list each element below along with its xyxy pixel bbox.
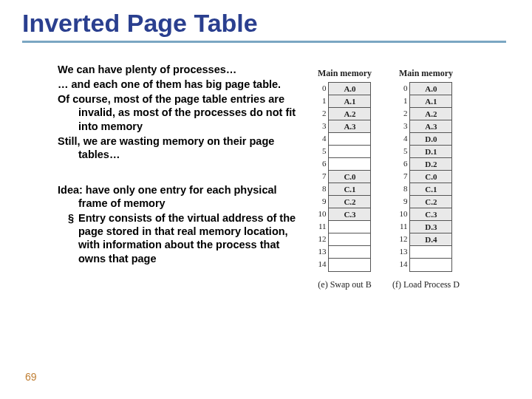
index-label: 2 <box>318 107 326 120</box>
memory-cell: A.1 <box>329 95 370 108</box>
figure-f-caption: (f) Load Process D <box>392 279 460 290</box>
index-label: 6 <box>399 157 407 170</box>
memory-cell: C.3 <box>410 208 451 221</box>
memory-cell: A.2 <box>329 108 370 120</box>
index-label: 11 <box>318 220 326 233</box>
index-label: 2 <box>399 107 407 120</box>
page-number: 69 <box>25 371 37 383</box>
index-label: 8 <box>318 183 326 195</box>
index-label: 10 <box>318 208 326 220</box>
idea-bullet: § Entry consists of the virtual address … <box>58 211 309 265</box>
memory-cell: C.1 <box>329 183 370 196</box>
index-label: 4 <box>399 132 407 145</box>
figures: Main memory 01234567891011121314 A.0A.1A… <box>318 68 460 290</box>
para-2: … and each one of them has big page tabl… <box>58 78 309 91</box>
index-label: 10 <box>399 208 407 220</box>
memory-cell: C.1 <box>410 183 451 196</box>
memory-cell <box>329 259 370 271</box>
index-label: 5 <box>399 145 407 157</box>
memory-cell <box>329 221 370 233</box>
memory-cell <box>329 133 370 146</box>
memory-cell: A.0 <box>410 83 451 95</box>
idea-lead: Idea: have only one entry for each physi… <box>58 183 309 210</box>
index-label: 8 <box>399 183 407 195</box>
index-label: 7 <box>399 170 407 183</box>
memory-cell <box>329 233 370 246</box>
para-1: We can have plenty of processes… <box>58 63 309 76</box>
memory-cell <box>410 259 451 271</box>
memory-cell: D.3 <box>410 221 451 233</box>
index-label: 7 <box>318 170 326 183</box>
index-label: 6 <box>318 157 326 170</box>
para-3: Of course, most of the page table entrie… <box>58 92 309 132</box>
index-label: 9 <box>399 195 407 208</box>
index-label: 9 <box>318 195 326 208</box>
idea-bullet-text: Entry consists of the virtual address of… <box>78 211 309 265</box>
memory-cell: A.1 <box>410 95 451 108</box>
memory-cell <box>410 246 451 259</box>
memory-cell: C.3 <box>329 208 370 221</box>
index-label: 13 <box>318 245 326 258</box>
memory-cell: C.2 <box>329 196 370 208</box>
para-4: Still, we are wasting memory on their pa… <box>58 134 309 161</box>
figure-f: Main memory 01234567891011121314 A.0A.1A… <box>392 68 460 290</box>
index-label: 3 <box>399 120 407 132</box>
figure-f-header: Main memory <box>399 68 453 79</box>
memory-cell: A.2 <box>410 108 451 120</box>
index-label: 3 <box>318 120 326 132</box>
figure-e-indices: 01234567891011121314 <box>318 82 328 270</box>
memory-cell: D.0 <box>410 133 451 146</box>
index-label: 1 <box>399 95 407 107</box>
index-label: 11 <box>399 220 407 233</box>
memory-cell: C.0 <box>329 171 370 183</box>
index-label: 13 <box>399 245 407 258</box>
index-label: 0 <box>318 82 326 95</box>
memory-cell: A.3 <box>410 120 451 133</box>
slide-body: We can have plenty of processes… … and e… <box>58 63 309 265</box>
index-label: 14 <box>318 258 326 270</box>
memory-cell: A.0 <box>329 83 370 95</box>
index-label: 0 <box>399 82 407 95</box>
figure-f-indices: 01234567891011121314 <box>399 82 409 270</box>
memory-cell: C.2 <box>410 196 451 208</box>
idea-block: Idea: have only one entry for each physi… <box>58 183 309 265</box>
index-label: 14 <box>399 258 407 270</box>
memory-cell: D.1 <box>410 146 451 158</box>
memory-cell: D.4 <box>410 233 451 246</box>
figure-f-cells: A.0A.1A.2A.3D.0D.1D.2C.0C.1C.2C.3D.3D.4 <box>409 82 452 272</box>
index-label: 12 <box>318 233 326 245</box>
memory-cell <box>329 158 370 171</box>
index-label: 1 <box>318 95 326 107</box>
index-label: 4 <box>318 132 326 145</box>
figure-e: Main memory 01234567891011121314 A.0A.1A… <box>318 68 372 290</box>
bullet-mark-icon: § <box>68 211 78 265</box>
memory-cell <box>329 246 370 259</box>
index-label: 12 <box>399 233 407 245</box>
slide-title: Inverted Page Table <box>22 9 506 43</box>
memory-cell: D.2 <box>410 158 451 171</box>
figure-e-cells: A.0A.1A.2A.3C.0C.1C.2C.3 <box>328 82 371 272</box>
memory-cell <box>329 146 370 158</box>
figure-e-caption: (e) Swap out B <box>318 279 371 290</box>
index-label: 5 <box>318 145 326 157</box>
figure-e-header: Main memory <box>318 68 372 79</box>
memory-cell: C.0 <box>410 171 451 183</box>
memory-cell: A.3 <box>329 120 370 133</box>
